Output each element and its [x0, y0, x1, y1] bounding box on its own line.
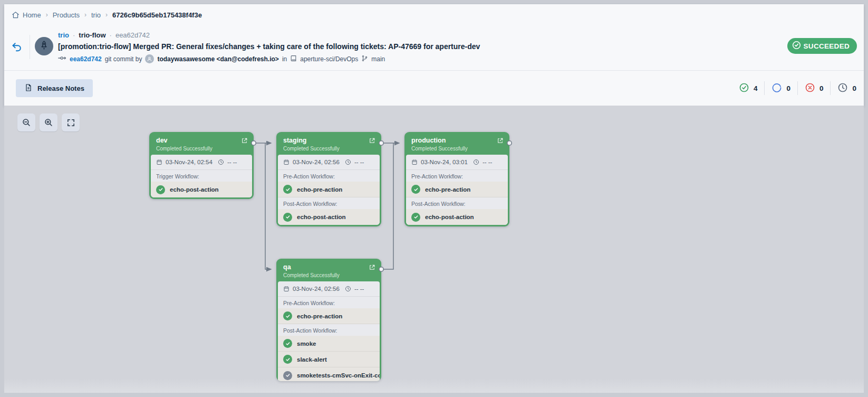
env-status: Completed Successfully: [156, 145, 247, 152]
env-card-body: 03-Nov-24, 03:01-- --Pre-Action Workflow…: [406, 155, 508, 225]
counter-failed[interactable]: 0: [805, 82, 824, 94]
counter-value: 4: [754, 84, 758, 92]
workflow-row[interactable]: echo-post-action: [278, 209, 380, 225]
env-card-body: 03-Nov-24, 02:54-- --Trigger Workflow:ec…: [151, 155, 252, 197]
env-duration: -- --: [354, 286, 364, 292]
counter-running[interactable]: 0: [771, 82, 790, 94]
workflow-section-label: Post-Action Workflow:: [278, 197, 380, 209]
breadcrumb-release-id: 6726c9b65d5eb175438f4f3e: [112, 11, 202, 19]
in-label: in: [282, 55, 287, 63]
env-card-body: 03-Nov-24, 02:56-- --Pre-Action Workflow…: [278, 281, 380, 381]
breadcrumb-label: trio: [91, 11, 101, 19]
duration-clock-icon: [345, 159, 351, 165]
back-button[interactable]: [11, 41, 22, 53]
external-link-icon[interactable]: [369, 263, 375, 273]
breadcrumb-separator: ›: [105, 11, 108, 18]
env-date: 03-Nov-24, 02:54: [166, 159, 213, 165]
workflow-status-icon: [283, 311, 292, 320]
counter-divider: [797, 81, 798, 95]
workflow-status-icon: [283, 185, 292, 194]
breadcrumb-label: Home: [23, 11, 41, 19]
env-date: 03-Nov-24, 02:56: [293, 159, 340, 165]
release-avatar: [35, 37, 53, 55]
env-name: dev: [156, 136, 247, 145]
workflow-row[interactable]: echo-pre-action: [278, 308, 380, 324]
repo-name: aperture-sci/DevOps: [300, 55, 358, 63]
env-meta-row: 03-Nov-24, 02:56-- --: [278, 155, 380, 170]
clock-icon: [837, 82, 848, 94]
calendar-icon: [283, 286, 290, 292]
workflow-name: echo-post-action: [170, 186, 219, 193]
external-link-icon[interactable]: [369, 137, 375, 146]
release-toolbar: Release Notes 4 0: [4, 70, 864, 106]
env-meta-row: 03-Nov-24, 02:54-- --: [151, 155, 252, 170]
release-notes-label: Release Notes: [37, 84, 84, 92]
env-card-body: 03-Nov-24, 02:56-- --Pre-Action Workflow…: [278, 155, 380, 225]
env-card-header: qaCompleted Successfully: [278, 260, 380, 281]
commit-author: todaywasawesome <dan@codefresh.io>: [157, 55, 278, 63]
counter-succeeded[interactable]: 4: [739, 82, 758, 94]
workflow-name: slack-alert: [297, 356, 327, 363]
workflow-row[interactable]: echo-pre-action: [406, 182, 508, 197]
workflow-row[interactable]: echo-post-action: [151, 182, 252, 197]
product-link[interactable]: trio: [58, 31, 69, 39]
commit-line: eea62d742 git commit by todaywasawesome …: [58, 54, 480, 63]
workflow-status-icon: [283, 355, 292, 364]
fit-to-screen-button[interactable]: [62, 114, 80, 131]
release-header-text: trio · trio-flow · eea62d742 [promotion:…: [58, 31, 480, 63]
env-status: Completed Successfully: [411, 145, 503, 152]
breadcrumb-product-trio[interactable]: trio: [91, 11, 101, 19]
release-notes-button[interactable]: Release Notes: [16, 79, 93, 97]
env-name: production: [411, 136, 503, 145]
zoom-in-button[interactable]: [40, 114, 57, 131]
workflow-name: echo-pre-action: [297, 313, 342, 319]
env-card-header: devCompleted Successfully: [151, 134, 252, 155]
env-meta-row: 03-Nov-24, 03:01-- --: [406, 155, 508, 170]
breadcrumb-products[interactable]: Products: [53, 11, 80, 19]
workflow-status-icon: [283, 339, 292, 348]
external-link-icon[interactable]: [241, 137, 248, 146]
duration-clock-icon: [218, 159, 224, 165]
external-link-icon[interactable]: [497, 137, 504, 146]
counter-pending[interactable]: 0: [837, 82, 856, 94]
zoom-controls: [17, 114, 80, 131]
breadcrumb-home[interactable]: Home: [12, 11, 41, 19]
workflow-name: echo-pre-action: [297, 186, 342, 193]
env-duration: -- --: [483, 159, 493, 165]
dot-separator: ·: [110, 31, 112, 39]
calendar-icon: [411, 159, 418, 165]
env-card-header: productionCompleted Successfully: [406, 134, 508, 155]
zoom-out-button[interactable]: [17, 114, 35, 131]
workflow-section-label: Post-Action Workflow:: [406, 197, 508, 209]
env-card-dev[interactable]: devCompleted Successfully03-Nov-24, 02:5…: [149, 132, 254, 199]
status-counters: 4 0 0: [739, 79, 856, 97]
workflow-row[interactable]: echo-post-action: [406, 209, 508, 225]
workflow-row[interactable]: echo-pre-action: [278, 182, 380, 197]
env-card-staging[interactable]: stagingCompleted Successfully03-Nov-24, …: [276, 132, 381, 226]
breadcrumb-label: 6726c9b65d5eb175438f4f3e: [112, 11, 202, 19]
workflow-row[interactable]: smoketests-cmSvc-onExit-con: [278, 367, 380, 381]
calendar-icon: [156, 159, 162, 165]
release-title: [promotion:trio-flow] Merged PR: General…: [58, 42, 480, 51]
commit-icon: [58, 55, 66, 63]
dot-separator: ·: [73, 31, 75, 39]
workflow-row[interactable]: smoke: [278, 336, 380, 352]
header-panel: Home › Products › trio › 6726c9b65d5eb17…: [4, 4, 864, 106]
env-card-production[interactable]: productionCompleted Successfully03-Nov-2…: [404, 132, 509, 226]
workflow-name: smoke: [297, 341, 316, 347]
env-status: Completed Successfully: [283, 145, 374, 152]
workflow-name: echo-pre-action: [425, 186, 470, 193]
commit-sha-link[interactable]: eea62d742: [70, 55, 102, 63]
flow-canvas[interactable]: devCompleted Successfully03-Nov-24, 02:5…: [4, 106, 864, 393]
header-divider: [30, 35, 30, 59]
env-card-qa[interactable]: qaCompleted Successfully03-Nov-24, 02:56…: [276, 259, 381, 381]
home-icon: [12, 11, 20, 19]
error-circle-icon: [805, 82, 815, 94]
workflow-section-label: Pre-Action Workflow:: [406, 170, 508, 182]
env-name: qa: [283, 263, 374, 271]
workflow-section-label: Pre-Action Workflow:: [278, 297, 380, 308]
workflow-row[interactable]: slack-alert: [278, 352, 380, 367]
counter-value: 0: [852, 84, 856, 92]
counter-divider: [830, 81, 831, 95]
status-badge: SUCCEEDED: [787, 38, 857, 54]
